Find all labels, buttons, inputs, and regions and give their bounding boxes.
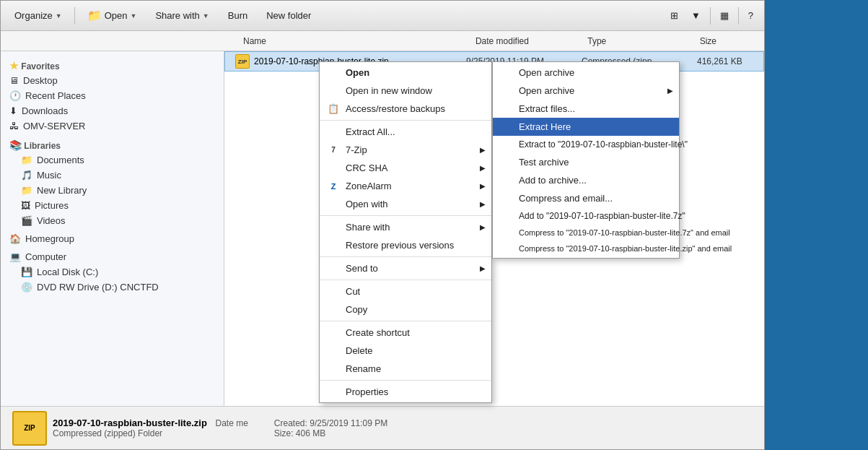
menu-item-properties[interactable]: Properties — [320, 383, 491, 401]
col-header-name[interactable]: Name — [239, 36, 470, 46]
sidebar-label-desktop: Desktop — [23, 75, 58, 86]
star-icon: ★ — [9, 60, 19, 72]
menu-item-send-to[interactable]: Send to — [320, 259, 491, 277]
menu-item-open-with[interactable]: Open with — [320, 195, 491, 213]
open-chevron-icon: ▼ — [130, 12, 136, 20]
open-with-icon — [327, 198, 340, 211]
submenu-add-to-archive[interactable]: Add to archive... — [493, 171, 679, 189]
help-button[interactable]: ? — [743, 7, 758, 25]
7zip-icon: 7 — [327, 144, 340, 157]
menu-separator-3 — [320, 256, 491, 257]
properties-icon — [327, 386, 340, 399]
cut-icon — [327, 285, 340, 298]
submenu-extract-files[interactable]: Extract files... — [493, 100, 679, 118]
menu-item-crc-sha[interactable]: CRC SHA — [320, 159, 491, 177]
local-disk-icon: 💾 — [21, 267, 32, 277]
sidebar-label-downloads: Downloads — [22, 105, 68, 116]
zonealarm-icon: Z — [327, 180, 340, 193]
menu-item-cut[interactable]: Cut — [320, 282, 491, 300]
sidebar-item-local-disk[interactable]: 💾 Local Disk (C:) — [1, 264, 224, 280]
status-file-size: Size: 406 MB — [274, 428, 387, 438]
menu-separator-4 — [320, 280, 491, 280]
delete-icon — [327, 345, 340, 358]
share-with-label: Share with — [155, 10, 199, 21]
submenu-compress-7z-email[interactable]: Compress to "2019-07-10-raspbian-buster-… — [493, 225, 679, 241]
7zip-submenu: Open archive Open archive Extract files.… — [492, 61, 680, 259]
status-file-name: 2019-07-10-raspbian-buster-lite.zip Date… — [53, 417, 248, 428]
organize-button[interactable]: Organize ▼ — [6, 7, 70, 25]
send-to-icon — [327, 262, 340, 275]
submenu-compress-email[interactable]: Compress and email... — [493, 189, 679, 207]
sidebar-label-homegroup: Homegroup — [25, 233, 74, 244]
server-icon: 🖧 — [9, 121, 19, 131]
sidebar-label-dvd-drive: DVD RW Drive (D:) CNCTFD — [37, 282, 159, 293]
sidebar-item-computer[interactable]: 💻 Computer — [1, 249, 224, 264]
menu-item-open-new-window[interactable]: Open in new window — [320, 82, 491, 100]
computer-section: 💻 Computer 💾 Local Disk (C:) 💿 DVD RW Dr… — [1, 249, 224, 295]
open-label: Open — [105, 10, 128, 21]
share-with-chevron-icon: ▼ — [203, 12, 209, 20]
restore-icon — [327, 239, 340, 252]
menu-separator-2 — [320, 215, 491, 216]
extract-all-icon — [327, 126, 340, 139]
new-library-icon: 📁 — [21, 185, 32, 196]
sidebar-item-documents[interactable]: 📁 Documents — [1, 152, 224, 168]
sidebar-item-omv-server[interactable]: 🖧 OMV-SERVER — [1, 118, 224, 134]
menu-item-delete[interactable]: Delete — [320, 342, 491, 360]
share-with-icon — [327, 221, 340, 234]
sidebar-item-dvd-drive[interactable]: 💿 DVD RW Drive (D:) CNCTFD — [1, 280, 224, 295]
menu-item-extract-all[interactable]: Extract All... — [320, 123, 491, 141]
submenu-test-archive[interactable]: Test archive — [493, 153, 679, 171]
sidebar-item-new-library[interactable]: 📁 New Library — [1, 183, 224, 198]
burn-button[interactable]: Burn — [220, 7, 255, 25]
sidebar-item-pictures[interactable]: 🖼 Pictures — [1, 198, 224, 213]
favorites-header: ★ Favorites — [1, 57, 224, 73]
view-options-button[interactable]: ⊞ — [665, 7, 683, 25]
sidebar-item-videos[interactable]: 🎬 Videos — [1, 213, 224, 228]
file-size-cell: 416,261 KB — [691, 56, 763, 66]
menu-item-zonealarm[interactable]: Z ZoneAlarm — [320, 177, 491, 195]
sidebar-item-desktop[interactable]: 🖥 Desktop — [1, 73, 224, 88]
recent-places-icon: 🕐 — [9, 90, 21, 101]
submenu-open-archive-2[interactable]: Open archive — [493, 82, 679, 100]
sidebar-item-recent-places[interactable]: 🕐 Recent Places — [1, 88, 224, 103]
videos-icon: 🎬 — [21, 215, 32, 226]
sidebar-label-music: Music — [37, 170, 61, 181]
menu-item-rename[interactable]: Rename — [320, 360, 491, 378]
sidebar-item-homegroup[interactable]: 🏠 Homegroup — [1, 231, 224, 246]
new-folder-button[interactable]: New folder — [258, 7, 319, 25]
menu-item-restore-versions[interactable]: Restore previous versions — [320, 236, 491, 254]
share-with-button[interactable]: Share with ▼ — [147, 7, 216, 25]
open-new-window-icon — [327, 85, 340, 98]
submenu-compress-zip-email[interactable]: Compress to "2019-07-10-raspbian-buster-… — [493, 241, 679, 256]
submenu-extract-here[interactable]: Extract Here — [493, 118, 679, 136]
submenu-add-to-7z[interactable]: Add to "2019-07-10-raspbian-buster-lite.… — [493, 207, 679, 225]
open-button[interactable]: 📁 Open ▼ — [79, 5, 145, 26]
menu-item-open[interactable]: Open — [320, 64, 491, 82]
col-header-size[interactable]: Size — [694, 36, 764, 46]
sidebar: ★ Favorites 🖥 Desktop 🕐 Recent Places ⬇ … — [1, 51, 224, 407]
sidebar-label-videos: Videos — [37, 215, 66, 226]
menu-separator-6 — [320, 380, 491, 381]
submenu-extract-to[interactable]: Extract to "2019-07-10-raspbian-buster-l… — [493, 136, 679, 153]
submenu-open-archive-1[interactable]: Open archive — [493, 64, 679, 82]
toolbar: Organize ▼ 📁 Open ▼ Share with ▼ Burn Ne… — [1, 1, 764, 31]
col-header-date[interactable]: Date modified — [470, 36, 582, 46]
copy-icon — [327, 303, 340, 316]
sidebar-item-downloads[interactable]: ⬇ Downloads — [1, 103, 224, 118]
col-header-type[interactable]: Type — [582, 36, 693, 46]
menu-item-share-with[interactable]: Share with — [320, 218, 491, 236]
menu-item-access-backups[interactable]: 📋 Access/restore backups — [320, 100, 491, 118]
preview-pane-button[interactable]: ▦ — [715, 7, 734, 25]
organize-chevron-icon: ▼ — [56, 12, 62, 20]
menu-item-copy[interactable]: Copy — [320, 300, 491, 319]
crc-icon — [327, 162, 340, 175]
menu-item-create-shortcut[interactable]: Create shortcut — [320, 324, 491, 342]
backups-icon: 📋 — [327, 103, 340, 116]
menu-item-7zip[interactable]: 7 7-Zip — [320, 141, 491, 159]
status-file-type: Compressed (zipped) Folder — [53, 428, 248, 438]
sidebar-item-music[interactable]: 🎵 Music — [1, 168, 224, 183]
status-file-icon: ZIP — [12, 411, 47, 446]
music-icon: 🎵 — [21, 170, 32, 181]
view-toggle-button[interactable]: ▼ — [686, 7, 706, 25]
